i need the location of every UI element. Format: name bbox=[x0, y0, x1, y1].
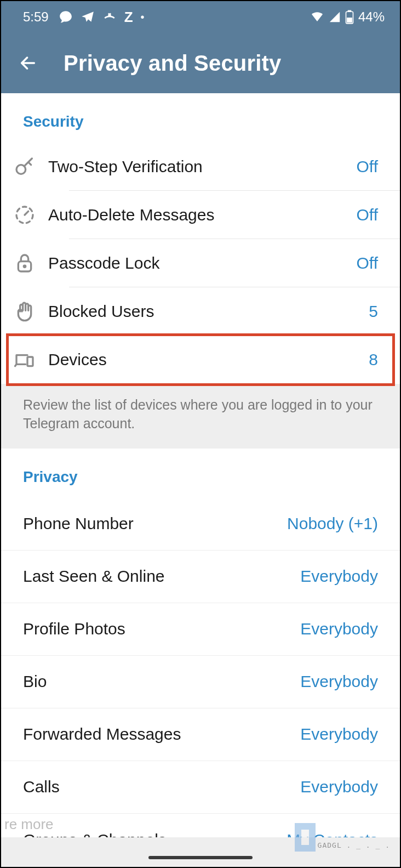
item-label: Calls bbox=[23, 778, 300, 796]
timer-icon bbox=[1, 204, 48, 226]
chat-bubble-icon bbox=[59, 10, 73, 24]
hand-icon bbox=[1, 300, 48, 322]
phone-number-item[interactable]: Phone Number Nobody (+1) bbox=[1, 498, 400, 551]
status-bar: 5:59 Z • 44% bbox=[1, 1, 400, 33]
item-label: Phone Number bbox=[23, 514, 287, 533]
item-value: Off bbox=[357, 157, 378, 176]
blocked-users-item[interactable]: Blocked Users 5 bbox=[1, 287, 400, 336]
item-value: Everybody bbox=[300, 672, 378, 691]
item-label: Passcode Lock bbox=[48, 254, 357, 273]
item-value: Everybody bbox=[300, 620, 378, 638]
app-header: Privacy and Security bbox=[1, 33, 400, 93]
watermark: GADGL . _ . _ . bbox=[295, 823, 390, 852]
battery-percent: 44% bbox=[358, 9, 385, 25]
item-label: Auto-Delete Messages bbox=[48, 206, 357, 224]
bio-item[interactable]: Bio Everybody bbox=[1, 656, 400, 708]
watermark-text: GADGL . _ . _ . bbox=[318, 841, 390, 849]
item-label: Profile Photos bbox=[23, 620, 300, 638]
lock-icon bbox=[1, 252, 48, 274]
svg-rect-1 bbox=[348, 10, 352, 12]
item-label: Devices bbox=[48, 350, 369, 369]
wifi-icon bbox=[310, 10, 324, 24]
item-value: 8 bbox=[369, 350, 378, 369]
profile-photos-item[interactable]: Profile Photos Everybody bbox=[1, 603, 400, 656]
status-notification-icons: Z • bbox=[59, 9, 145, 26]
watermark-logo-icon bbox=[295, 823, 316, 852]
item-value: Off bbox=[357, 206, 378, 224]
dot-icon: • bbox=[141, 11, 145, 24]
calls-item[interactable]: Calls Everybody bbox=[1, 761, 400, 814]
item-label: Blocked Users bbox=[48, 302, 369, 321]
passcode-lock-item[interactable]: Passcode Lock Off bbox=[1, 239, 400, 287]
privacy-section-header: Privacy bbox=[1, 449, 400, 498]
item-value: Nobody (+1) bbox=[287, 514, 378, 533]
page-title: Privacy and Security bbox=[64, 51, 282, 76]
svg-point-6 bbox=[24, 265, 25, 267]
item-label: Forwarded Messages bbox=[23, 725, 300, 744]
z-icon: Z bbox=[124, 9, 133, 26]
missed-call-icon bbox=[102, 10, 117, 24]
battery-icon bbox=[345, 10, 354, 24]
telegram-icon bbox=[81, 10, 95, 24]
back-arrow-icon[interactable] bbox=[19, 54, 37, 72]
gesture-indicator bbox=[148, 856, 253, 859]
item-value: Everybody bbox=[300, 725, 378, 744]
partial-overlay-text: re more bbox=[1, 816, 54, 833]
security-section-header: Security bbox=[1, 93, 400, 143]
signal-icon bbox=[329, 11, 341, 23]
status-time: 5:59 bbox=[23, 9, 49, 25]
item-value: 5 bbox=[369, 302, 378, 321]
item-value: Everybody bbox=[300, 567, 378, 586]
item-label: Bio bbox=[23, 672, 300, 691]
forwarded-messages-item[interactable]: Forwarded Messages Everybody bbox=[1, 708, 400, 761]
security-footer-note: Review the list of devices where you are… bbox=[1, 384, 400, 449]
auto-delete-messages-item[interactable]: Auto-Delete Messages Off bbox=[1, 191, 400, 239]
devices-item[interactable]: Devices 8 bbox=[1, 336, 400, 384]
item-value: Off bbox=[357, 254, 378, 273]
devices-icon bbox=[1, 349, 48, 371]
item-label: Two-Step Verification bbox=[48, 157, 357, 176]
item-value: Everybody bbox=[300, 778, 378, 796]
item-label: Last Seen & Online bbox=[23, 567, 300, 586]
key-icon bbox=[1, 156, 48, 178]
svg-rect-7 bbox=[27, 357, 33, 366]
two-step-verification-item[interactable]: Two-Step Verification Off bbox=[1, 143, 400, 191]
last-seen-item[interactable]: Last Seen & Online Everybody bbox=[1, 551, 400, 603]
svg-rect-2 bbox=[347, 18, 352, 22]
